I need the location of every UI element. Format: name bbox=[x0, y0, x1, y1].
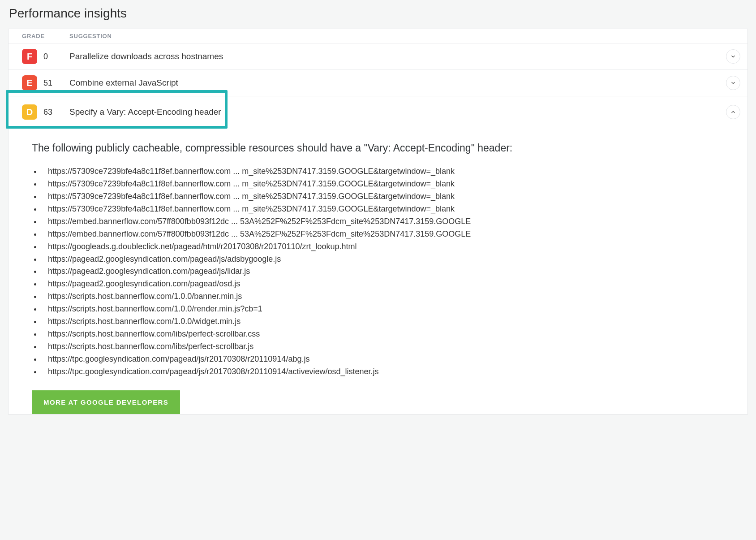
insight-row[interactable]: E 51 Combine external JavaScript bbox=[9, 70, 747, 96]
collapse-button[interactable] bbox=[726, 105, 740, 119]
insights-panel: GRADE SUGGESTION F 0 Parallelize downloa… bbox=[8, 29, 748, 415]
resource-item: https://googleads.g.doubleclick.net/page… bbox=[42, 241, 730, 253]
resource-item: https://57309ce7239bfe4a8c11f8ef.bannerf… bbox=[42, 178, 730, 190]
header-grade: GRADE bbox=[22, 33, 69, 39]
chevron-down-icon bbox=[730, 53, 736, 60]
resource-item: https://scripts.host.bannerflow.com/libs… bbox=[42, 328, 730, 341]
grade-score: 63 bbox=[43, 108, 69, 117]
table-header: GRADE SUGGESTION bbox=[9, 29, 747, 43]
resource-item: https://57309ce7239bfe4a8c11f8ef.bannerf… bbox=[42, 203, 730, 216]
resource-item: https://pagead2.googlesyndication.com/pa… bbox=[42, 278, 730, 290]
grade-score: 51 bbox=[43, 78, 69, 88]
suggestion-text: Specify a Vary: Accept-Encoding header bbox=[69, 107, 722, 117]
resource-item: https://pagead2.googlesyndication.com/pa… bbox=[42, 265, 730, 278]
chevron-down-icon bbox=[730, 80, 736, 86]
resource-item: https://tpc.googlesyndication.com/pagead… bbox=[42, 366, 730, 378]
grade-badge: F bbox=[22, 49, 37, 64]
resource-item: https://57309ce7239bfe4a8c11f8ef.bannerf… bbox=[42, 190, 730, 203]
resource-item: https://scripts.host.bannerflow.com/1.0.… bbox=[42, 290, 730, 303]
grade-badge: D bbox=[22, 104, 37, 120]
insight-row[interactable]: D 63 Specify a Vary: Accept-Encoding hea… bbox=[9, 96, 747, 128]
insight-row[interactable]: F 0 Parallelize downloads across hostnam… bbox=[9, 43, 747, 70]
resource-item: https://embed.bannerflow.com/57ff800fbb0… bbox=[42, 228, 730, 241]
grade-score: 0 bbox=[43, 52, 69, 61]
insight-detail: The following publicly cacheable, compre… bbox=[9, 128, 747, 414]
resource-item: https://scripts.host.bannerflow.com/1.0.… bbox=[42, 315, 730, 328]
resource-item: https://scripts.host.bannerflow.com/1.0.… bbox=[42, 303, 730, 315]
suggestion-text: Parallelize downloads across hostnames bbox=[69, 52, 722, 61]
grade-badge: E bbox=[22, 75, 37, 91]
resource-list: https://57309ce7239bfe4a8c11f8ef.bannerf… bbox=[32, 165, 730, 378]
detail-description: The following publicly cacheable, compre… bbox=[32, 141, 730, 156]
page-title: Performance insights bbox=[9, 6, 748, 21]
header-suggestion: SUGGESTION bbox=[69, 33, 740, 39]
expand-button[interactable] bbox=[726, 76, 740, 90]
resource-item: https://embed.bannerflow.com/57ff800fbb0… bbox=[42, 216, 730, 228]
resource-item: https://57309ce7239bfe4a8c11f8ef.bannerf… bbox=[42, 165, 730, 178]
resource-item: https://pagead2.googlesyndication.com/pa… bbox=[42, 253, 730, 266]
resource-item: https://tpc.googlesyndication.com/pagead… bbox=[42, 353, 730, 366]
expand-button[interactable] bbox=[726, 49, 740, 64]
resource-item: https://scripts.host.bannerflow.com/libs… bbox=[42, 341, 730, 353]
more-at-google-developers-button[interactable]: MORE AT GOOGLE DEVELOPERS bbox=[32, 390, 180, 414]
suggestion-text: Combine external JavaScript bbox=[69, 78, 722, 88]
chevron-up-icon bbox=[730, 109, 736, 115]
